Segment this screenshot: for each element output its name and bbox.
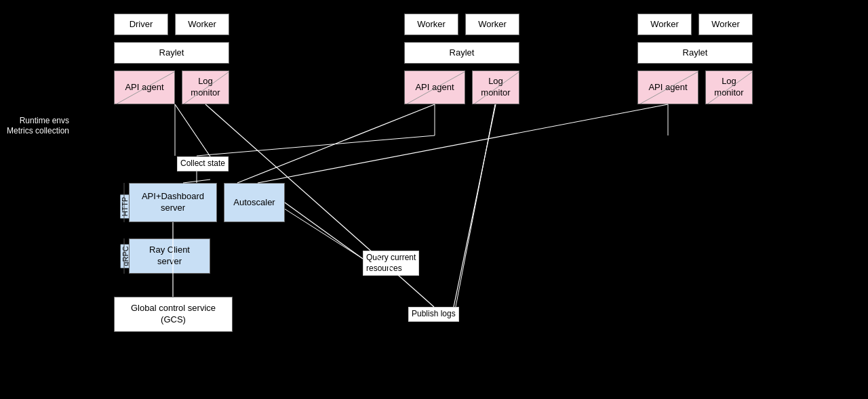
node3-worker2: Worker xyxy=(698,14,753,35)
query-resources-label: Query current resources xyxy=(363,251,419,276)
node3-api-agent: API agent xyxy=(637,70,698,104)
node1-api-agent: API agent xyxy=(114,70,175,104)
svg-line-17 xyxy=(454,104,496,307)
node2-api-agent: API agent xyxy=(404,70,465,104)
node1-driver: Driver xyxy=(114,14,168,35)
collect-state-label: Collect state xyxy=(177,156,229,171)
gcs: Global control service (GCS) xyxy=(114,297,233,332)
svg-line-16 xyxy=(237,104,435,183)
node2-raylet: Raylet xyxy=(404,42,519,64)
ray-client-server: Ray Client server xyxy=(129,238,210,274)
svg-line-13 xyxy=(175,104,210,156)
node3-raylet: Raylet xyxy=(637,42,753,64)
node2-worker2: Worker xyxy=(465,14,519,35)
node1-log-monitor: Log monitor xyxy=(182,70,229,104)
node2-worker1: Worker xyxy=(404,14,458,35)
publish-logs-label: Publish logs xyxy=(408,307,459,322)
svg-line-19 xyxy=(285,203,363,259)
node1-worker: Worker xyxy=(175,14,229,35)
svg-line-18 xyxy=(258,104,668,183)
node3-worker1: Worker xyxy=(637,14,692,35)
node3-log-monitor: Log monitor xyxy=(705,70,753,104)
svg-line-3 xyxy=(197,135,435,156)
runtime-envs-label: Runtime envs Metrics collection xyxy=(7,105,69,137)
svg-line-6 xyxy=(282,207,366,261)
svg-line-5 xyxy=(454,104,495,317)
api-dashboard-server: API+Dashboard server xyxy=(129,183,217,222)
node2-log-monitor: Log monitor xyxy=(472,70,519,104)
node1-raylet: Raylet xyxy=(114,42,229,64)
autoscaler: Autoscaler xyxy=(224,183,285,222)
